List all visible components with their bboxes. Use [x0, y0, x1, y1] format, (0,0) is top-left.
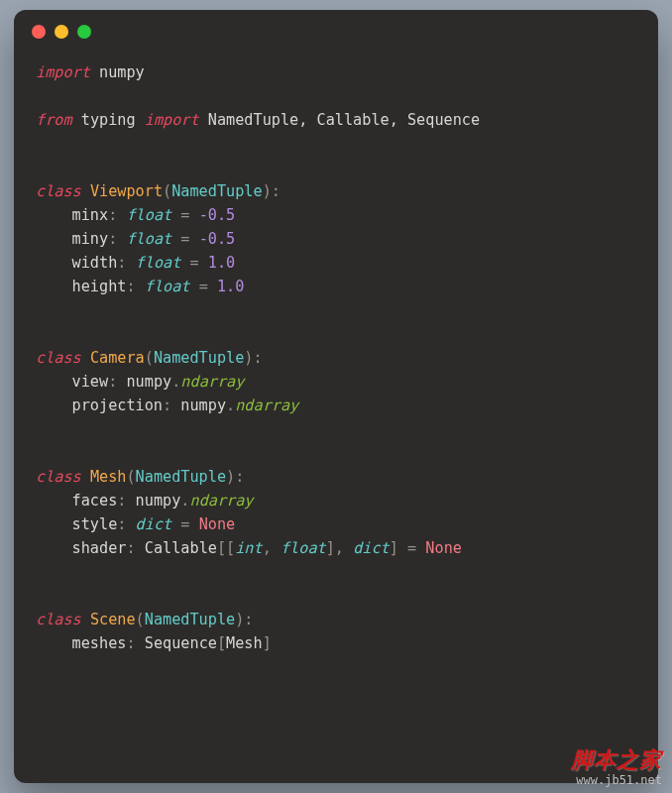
type: ndarray — [180, 373, 244, 391]
base-class: NamedTuple — [154, 349, 244, 367]
class-name: Camera — [90, 349, 145, 367]
class-name: Viewport — [90, 182, 163, 200]
module: typing — [81, 111, 136, 129]
keyword: class — [36, 611, 81, 628]
import-names: NamedTuple, Callable, Sequence — [208, 111, 480, 129]
none: None — [425, 539, 462, 557]
number: 1.0 — [208, 254, 235, 272]
type: dict — [353, 539, 390, 557]
module: numpy — [180, 396, 226, 414]
keyword: class — [36, 182, 81, 200]
number: -0.5 — [199, 206, 236, 224]
type: float — [126, 206, 171, 224]
none: None — [199, 515, 236, 533]
number: -0.5 — [199, 230, 236, 248]
attr: faces — [72, 492, 118, 510]
minimize-icon[interactable] — [55, 25, 68, 39]
attr: miny — [72, 230, 109, 248]
attr: minx — [72, 206, 109, 224]
keyword: class — [36, 349, 81, 367]
module: numpy — [126, 373, 171, 391]
type: float — [136, 254, 181, 272]
keyword: from — [36, 111, 72, 129]
type: ndarray — [235, 396, 298, 414]
base-class: NamedTuple — [171, 182, 262, 200]
type: ndarray — [189, 492, 253, 510]
type: float — [145, 278, 190, 295]
class-name: Mesh — [90, 468, 127, 486]
keyword: import — [36, 63, 90, 81]
module: numpy — [99, 63, 145, 81]
type: float — [126, 230, 171, 248]
window-titlebar — [14, 10, 658, 45]
attr: style — [72, 515, 118, 533]
attr: meshes — [72, 634, 127, 652]
close-icon[interactable] — [32, 25, 46, 39]
maximize-icon[interactable] — [77, 25, 91, 39]
module: numpy — [136, 492, 181, 510]
keyword: class — [36, 468, 81, 486]
type: Sequence — [145, 634, 217, 652]
number: 1.0 — [217, 278, 244, 295]
class-name: Scene — [90, 611, 136, 628]
attr: shader — [72, 539, 127, 557]
type: Callable — [145, 539, 217, 557]
type-param: Mesh — [226, 634, 263, 652]
keyword: import — [145, 111, 199, 129]
code-block: import numpy from typing import NamedTup… — [14, 45, 658, 671]
attr: projection — [72, 396, 163, 414]
code-window: import numpy from typing import NamedTup… — [14, 10, 658, 783]
type: int — [235, 539, 262, 557]
attr: height — [72, 278, 127, 295]
type: float — [280, 539, 326, 557]
attr: view — [72, 373, 109, 391]
type: dict — [136, 515, 172, 533]
attr: width — [72, 254, 118, 272]
base-class: NamedTuple — [145, 611, 235, 628]
base-class: NamedTuple — [136, 468, 226, 486]
